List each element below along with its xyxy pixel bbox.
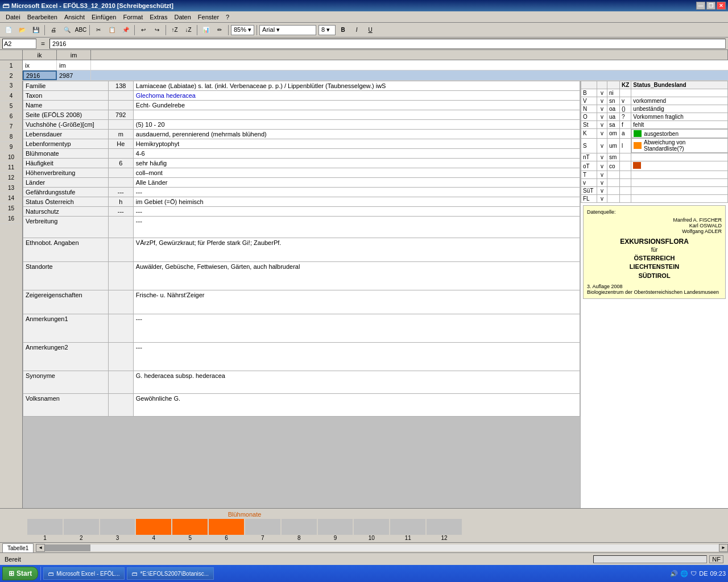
menu-format[interactable]: Format [119, 13, 146, 22]
menu-fenster[interactable]: Fenster [195, 13, 222, 22]
val-taxon[interactable]: Glechoma hederacea [133, 91, 580, 101]
status-row-B: B v ni [581, 89, 728, 97]
col-header-ik[interactable]: ik [23, 50, 57, 60]
italic-button[interactable]: I [350, 24, 363, 36]
status-text: Bereit [5, 556, 21, 563]
start-button[interactable]: ⊞ Start [2, 567, 38, 580]
copy-button[interactable]: 📋 [106, 24, 118, 36]
font-size-select[interactable]: 8 ▾ [318, 25, 336, 35]
cell-1-ik[interactable]: ix [23, 60, 57, 70]
cell-2-im[interactable]: 2987 [57, 70, 91, 80]
sr-code2-O: ua [607, 113, 620, 121]
drawing-button[interactable]: ✏ [213, 24, 226, 36]
month-bar-7 [245, 519, 280, 535]
month-label-12: 12 [427, 535, 462, 541]
cell-1-im[interactable]: im [57, 60, 91, 70]
data-with-rownum: 3 4 5 6 7 8 9 10 11 12 13 14 15 16 [0, 81, 580, 508]
sr-code-S: S [581, 138, 597, 153]
sr-v-V: v [597, 97, 607, 105]
sr-kz-St: f [620, 121, 631, 129]
toolbar-sep5 [197, 25, 197, 35]
h-scrollbar: ◄ ► [36, 543, 728, 552]
rn-15: 15 [0, 203, 22, 214]
row-volksnamen: Volksnamen Gewöhnliche G. [23, 394, 580, 417]
sort-desc-button[interactable]: ↓Z [182, 24, 195, 36]
legend-box: Datenquelle: Manfred A. FISCHER Karl OSW… [583, 205, 726, 299]
month-label-4: 4 [136, 535, 171, 541]
formula-input[interactable]: 2916 [49, 39, 726, 49]
toolbar-sep2 [89, 25, 90, 35]
sr-status-FL [631, 195, 728, 203]
cut-button[interactable]: ✂ [92, 24, 105, 36]
menu-einfuegen[interactable]: Einfügen [88, 13, 119, 22]
tray-language-icon: DE [699, 570, 708, 577]
cell-2-ik[interactable]: 2916 [23, 70, 57, 80]
preview-button[interactable]: 🔍 [61, 24, 73, 36]
num-vuchshoehe [108, 120, 133, 130]
num-volksnamen [108, 394, 133, 417]
chart-button[interactable]: 📊 [200, 24, 212, 36]
taskbar-excel-icon1: 🗃 [48, 571, 54, 577]
month-bar-6 [209, 519, 244, 535]
row-gefaehrdungsstufe: Gefährdungsstufe --- --- [23, 188, 580, 197]
menu-ansicht[interactable]: Ansicht [61, 13, 88, 22]
row-verbreitung: Verbreitung --- [23, 217, 580, 238]
rn-11: 11 [0, 163, 22, 173]
sheet-tab-active[interactable]: Tabelle1 [2, 543, 34, 552]
month-chart-area: Blühmonate 1 2 3 4 5 6 7 8 9 10 11 [0, 508, 728, 542]
zoom-select[interactable]: 85% ▾ [231, 25, 254, 35]
font-name-select[interactable]: Arial ▾ [259, 25, 316, 35]
sort-asc-button[interactable]: ↑Z [168, 24, 181, 36]
sr-v-T: v [597, 171, 607, 179]
taxon-link[interactable]: Glechoma hederacea [136, 92, 196, 99]
menu-daten[interactable]: Daten [171, 13, 194, 22]
month-bar-11 [390, 519, 425, 535]
legend-author1: Manfred A. FISCHER [587, 217, 722, 223]
open-button[interactable]: 📂 [16, 24, 28, 36]
sr-kz-V: v [620, 97, 631, 105]
cell-reference-box[interactable]: A2 [2, 39, 36, 49]
taskbar-excel-item2[interactable]: 🗃 *E:\EFOLS2007\Botanisc... [127, 567, 214, 580]
minimize-button[interactable]: — [696, 2, 705, 10]
row-haeufigkeit: Häufigkeit 6 sehr häufig [23, 159, 580, 168]
scroll-left-btn[interactable]: ◄ [36, 544, 45, 552]
scroll-track-h [45, 544, 719, 551]
sr-status-oT [631, 161, 728, 171]
paste-button[interactable]: 📌 [119, 24, 132, 36]
taskbar-excel-item1[interactable]: 🗃 Microsoft Excel - EFÖL... [43, 567, 125, 580]
status-row-FL: FL v [581, 195, 728, 203]
redo-button[interactable]: ↪ [151, 24, 163, 36]
sr-code2-K: om [607, 129, 620, 139]
sr-v-oT: v [597, 161, 607, 171]
scroll-thumb-h[interactable] [45, 544, 90, 551]
spell-button[interactable]: ABC [75, 24, 87, 36]
month-bar-9 [318, 519, 353, 535]
col-header-im[interactable]: im [57, 50, 91, 60]
underline-button[interactable]: U [364, 24, 377, 36]
menu-extras[interactable]: Extras [146, 13, 171, 22]
scroll-right-btn[interactable]: ► [719, 544, 728, 552]
sr-status-B [631, 89, 728, 97]
menu-bearbeiten[interactable]: Bearbeiten [24, 13, 61, 22]
bold-button[interactable]: B [337, 24, 349, 36]
undo-button[interactable]: ↩ [137, 24, 150, 36]
sheet-tabs: Tabelle1 [0, 543, 36, 552]
sr-code2-v [607, 179, 620, 187]
menu-datei[interactable]: Datei [2, 13, 24, 22]
rn-7: 7 [0, 122, 22, 132]
lbl-standorte: Standorte [23, 262, 109, 290]
month-bar-4 [136, 519, 171, 535]
print-button[interactable]: 🖨 [47, 24, 60, 36]
menu-help[interactable]: ? [222, 13, 233, 22]
month-label-9: 9 [318, 535, 353, 541]
rn-3: 3 [0, 81, 22, 91]
status-table: KZ Status_Bundesland B v ni V v sn v vor… [581, 81, 728, 203]
save-button[interactable]: 💾 [30, 24, 42, 36]
sr-kz-O: ? [620, 113, 631, 121]
rn-12: 12 [0, 173, 22, 183]
new-button[interactable]: 📄 [2, 24, 15, 36]
close-button[interactable]: ✕ [717, 2, 726, 10]
row-anmerkungen2: Anmerkungen2 --- [23, 343, 580, 371]
restore-button[interactable]: ❐ [706, 2, 715, 10]
val-seite [133, 110, 580, 120]
